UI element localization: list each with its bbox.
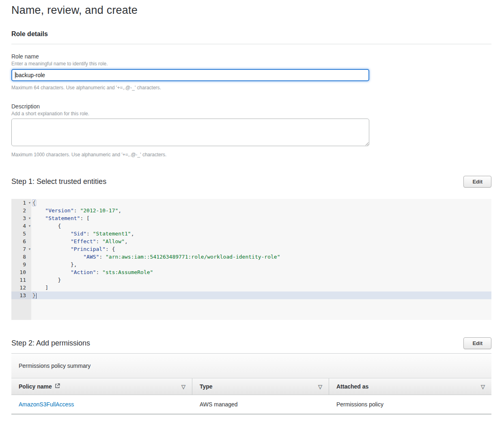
- step1-edit-button[interactable]: Edit: [463, 176, 491, 188]
- description-label: Description: [11, 103, 491, 110]
- editor-line-number: 3▾: [11, 214, 31, 222]
- editor-line-number: 2: [11, 207, 31, 214]
- table-row: AmazonS3FullAccess AWS managed Permissio…: [11, 395, 491, 415]
- editor-line-number: 1▾: [11, 199, 31, 207]
- editor-line[interactable]: 5 "Sid": "Statement1",: [11, 230, 491, 237]
- editor-line[interactable]: 7▾ "Principal": {: [11, 245, 491, 253]
- role-details-heading: Role details: [11, 30, 491, 38]
- editor-line[interactable]: 1▾{: [11, 199, 491, 207]
- text-cursor: [15, 72, 15, 78]
- cell-policy-type: AWS managed: [192, 395, 329, 414]
- description-textarea[interactable]: [11, 119, 369, 146]
- column-header-policy-name[interactable]: Policy name ▽: [11, 378, 192, 395]
- filter-icon[interactable]: ▽: [481, 384, 485, 390]
- trust-policy-editor[interactable]: 1▾{2 "Version": "2012-10-17",3▾ "Stateme…: [11, 199, 491, 320]
- role-name-constraint: Maximum 64 characters. Use alphanumeric …: [11, 85, 491, 91]
- step1-heading: Step 1: Select trusted entities: [11, 177, 106, 186]
- page: Name, review, and create Role details Ro…: [0, 4, 504, 415]
- section-divider: [11, 44, 491, 44]
- page-title: Name, review, and create: [11, 4, 491, 17]
- fold-arrow-icon[interactable]: ▾: [29, 214, 30, 222]
- fold-arrow-icon[interactable]: ▾: [29, 222, 30, 230]
- editor-line-number: 8: [11, 253, 31, 261]
- role-name-hint: Enter a meaningful name to identify this…: [11, 61, 491, 67]
- editor-line[interactable]: 6 "Effect": "Allow",: [11, 237, 491, 245]
- role-name-label: Role name: [11, 53, 491, 60]
- editor-line-number: 10: [11, 268, 31, 276]
- editor-line[interactable]: 3▾ "Statement": [: [11, 214, 491, 222]
- editor-line[interactable]: 11 }: [11, 276, 491, 284]
- editor-line[interactable]: 8 "AWS": "arn:aws:iam::541263489771:role…: [11, 253, 491, 261]
- role-name-input[interactable]: [11, 69, 369, 81]
- editor-line-number: 6: [11, 237, 31, 245]
- filter-icon[interactable]: ▽: [318, 384, 322, 390]
- editor-line[interactable]: 9 },: [11, 261, 491, 268]
- column-header-type[interactable]: Type ▽: [192, 378, 329, 395]
- permissions-panel-title: Permissions policy summary: [11, 354, 491, 378]
- step2-heading: Step 2: Add permissions: [11, 339, 90, 348]
- external-link-icon[interactable]: [55, 383, 60, 390]
- column-header-attached-as[interactable]: Attached as ▽: [329, 378, 491, 395]
- editor-line[interactable]: 10 "Action": "sts:AssumeRole": [11, 268, 491, 276]
- editor-line-number: 7▾: [11, 245, 31, 253]
- description-constraint: Maximum 1000 characters. Use alphanumeri…: [11, 152, 491, 158]
- editor-line-number: 13: [11, 291, 31, 299]
- editor-line[interactable]: 4▾ {: [11, 222, 491, 230]
- filter-icon[interactable]: ▽: [181, 384, 185, 390]
- editor-line[interactable]: 12 ]: [11, 284, 491, 291]
- editor-line-number: 12: [11, 284, 31, 291]
- editor-cursor: [36, 293, 37, 299]
- editor-line[interactable]: 13}: [11, 291, 491, 299]
- fold-arrow-icon[interactable]: ▾: [29, 199, 30, 207]
- editor-line[interactable]: 2 "Version": "2012-10-17",: [11, 207, 491, 214]
- permissions-panel: Permissions policy summary Policy name ▽…: [11, 353, 491, 415]
- policy-editor-lines: 1▾{2 "Version": "2012-10-17",3▾ "Stateme…: [11, 199, 491, 299]
- cell-attached-as: Permissions policy: [329, 395, 491, 414]
- editor-line-number: 11: [11, 276, 31, 284]
- editor-line-number: 5: [11, 230, 31, 237]
- description-hint: Add a short explanation for this role.: [11, 111, 491, 117]
- step2-edit-button[interactable]: Edit: [463, 337, 491, 349]
- editor-line-number: 4▾: [11, 222, 31, 230]
- policy-table-header: Policy name ▽ Type ▽ Attached as ▽: [11, 378, 491, 395]
- fold-arrow-icon[interactable]: ▾: [29, 245, 30, 253]
- policy-link[interactable]: AmazonS3FullAccess: [19, 401, 74, 408]
- editor-line-number: 9: [11, 261, 31, 268]
